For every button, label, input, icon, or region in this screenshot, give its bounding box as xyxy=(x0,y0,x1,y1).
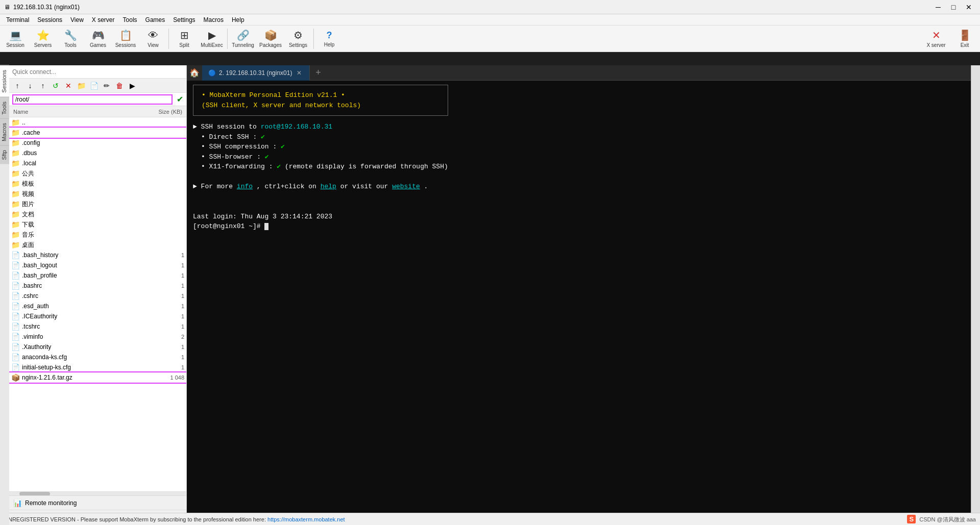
file-item-xauthority[interactable]: 📄 .Xauthority 1 xyxy=(9,342,186,352)
file-item-pictures[interactable]: 📁 图片 xyxy=(9,199,186,209)
file-item-public[interactable]: 📁 公共 xyxy=(9,168,186,179)
sidetab-sessions[interactable]: Sessions xyxy=(0,65,9,97)
folder-icon: 📁 xyxy=(11,190,20,198)
file-item-desktop[interactable]: 📁 桌面 xyxy=(9,240,186,250)
toolbar-multiexec[interactable]: ▶ MultiExec xyxy=(199,27,225,51)
toolbar-tunneling[interactable]: 🔗 Tunneling xyxy=(230,27,256,51)
menu-bar: Terminal Sessions View X server Tools Ga… xyxy=(0,14,980,26)
packages-icon: 📦 xyxy=(264,29,277,41)
file-item-anaconda[interactable]: 📄 anaconda-ks.cfg 1 xyxy=(9,352,186,362)
file-scrollbar[interactable] xyxy=(9,491,186,495)
col-name-header: Name xyxy=(11,109,143,115)
maximize-button[interactable]: □ xyxy=(946,2,961,12)
home-button[interactable]: 🏠 xyxy=(187,65,202,81)
toolbar-exit[interactable]: 🚪 Exit xyxy=(951,27,978,51)
file-newfile-button[interactable]: 📄 xyxy=(88,80,100,91)
last-login-line: Last login: Thu Aug 3 23:14:21 2023 xyxy=(193,212,974,222)
menu-macros[interactable]: Macros xyxy=(200,15,228,24)
tab-nginx-icon: 🔵 xyxy=(208,69,216,77)
file-delete-button[interactable]: 🗑 xyxy=(113,80,126,91)
file-item-viminfo[interactable]: 📄 .viminfo 2 xyxy=(9,332,186,342)
xserver-icon: ✕ xyxy=(932,29,941,41)
file-item-config[interactable]: 📁 .config xyxy=(9,138,186,148)
file-item-videos[interactable]: 📁 视频 xyxy=(9,189,186,199)
csdn-logo: S xyxy=(907,515,916,523)
side-tabs: Sessions Tools Macros Sftp xyxy=(0,65,9,525)
file-up-button[interactable]: ↑ xyxy=(11,80,23,91)
monitor-icon: 📊 xyxy=(13,499,22,507)
sessions-icon: 📋 xyxy=(119,29,132,41)
file-item-bash-history[interactable]: 📄 .bash_history 1 xyxy=(9,250,186,260)
file-newfolder-button[interactable]: 📁 xyxy=(75,80,87,91)
toolbar-xserver[interactable]: ✕ X server xyxy=(923,27,949,51)
file-item-bashrc[interactable]: 📄 .bashrc 1 xyxy=(9,281,186,291)
path-input[interactable] xyxy=(12,94,173,105)
sidetab-tools[interactable]: Tools xyxy=(0,97,9,119)
file-icon: 📄 xyxy=(11,343,20,351)
menu-settings[interactable]: Settings xyxy=(169,15,199,24)
file-item-cshrc[interactable]: 📄 .cshrc 1 xyxy=(9,291,186,301)
file-item-bash-profile[interactable]: 📄 .bash_profile 1 xyxy=(9,270,186,281)
sidetab-sftp[interactable]: Sftp xyxy=(0,145,9,164)
file-rename-button[interactable]: ✏ xyxy=(101,80,113,91)
file-refresh-button[interactable]: ↺ xyxy=(50,80,62,91)
title-bar-left: 🖥 192.168.10.31 (nginx01) xyxy=(4,4,80,11)
menu-tools[interactable]: Tools xyxy=(119,15,141,24)
file-download-button[interactable]: ↓ xyxy=(24,80,36,91)
file-item-dotdot[interactable]: 📁 .. xyxy=(9,117,186,128)
toolbar-split[interactable]: ⊞ Split xyxy=(171,27,198,51)
file-item-cache[interactable]: 📁 .cache xyxy=(9,128,186,138)
menu-view[interactable]: View xyxy=(66,15,88,24)
menu-xserver[interactable]: X server xyxy=(88,15,119,24)
tab-nginx[interactable]: 🔵 2. 192.168.10.31 (nginx01) ✕ xyxy=(202,65,310,81)
sidetab-macros[interactable]: Macros xyxy=(0,118,9,145)
quick-connect-input[interactable] xyxy=(12,68,183,76)
tools-icon: 🔧 xyxy=(64,29,77,41)
app-icon: 🖥 xyxy=(4,4,10,11)
file-terminal-button[interactable]: ▶ xyxy=(126,80,138,91)
toolbar-separator-1 xyxy=(168,29,169,49)
file-upload-button[interactable]: ↑ xyxy=(37,80,49,91)
file-item-documents[interactable]: 📁 文档 xyxy=(9,209,186,219)
ssh-session-line: ► SSH session to root@192.168.10.31 xyxy=(193,122,974,132)
close-button[interactable]: ✕ xyxy=(962,2,976,12)
tab-close-button[interactable]: ✕ xyxy=(295,69,303,77)
toolbar-games[interactable]: 🎮 Games xyxy=(85,27,111,51)
file-icon: 📄 xyxy=(11,292,20,300)
file-item-initial-setup[interactable]: 📄 initial-setup-ks.cfg 1 xyxy=(9,362,186,372)
folder-icon: 📁 xyxy=(11,159,20,167)
toolbar-packages[interactable]: 📦 Packages xyxy=(257,27,284,51)
new-tab-button[interactable]: + xyxy=(312,67,324,79)
file-item-esd-auth[interactable]: 📄 .esd_auth 1 xyxy=(9,301,186,311)
mobatek-link[interactable]: https://mobaxterm.mobatek.net xyxy=(267,516,345,522)
file-item-downloads[interactable]: 📁 下载 xyxy=(9,219,186,230)
toolbar-session[interactable]: 💻 Session xyxy=(2,27,29,51)
menu-sessions[interactable]: Sessions xyxy=(33,15,66,24)
menu-games[interactable]: Games xyxy=(141,15,169,24)
menu-terminal[interactable]: Terminal xyxy=(2,15,33,24)
title-bar: 🖥 192.168.10.31 (nginx01) ─ □ ✕ xyxy=(0,0,980,14)
file-item-iceauthority[interactable]: 📄 .ICEauthority 1 xyxy=(9,311,186,321)
toolbar-help[interactable]: ? Help xyxy=(316,27,342,51)
file-item-music[interactable]: 📁 音乐 xyxy=(9,230,186,240)
file-item-tcshrc[interactable]: 📄 .tcshrc 1 xyxy=(9,321,186,332)
file-item-nginx-tar[interactable]: 📦 nginx-1.21.6.tar.gz 1 048 xyxy=(9,372,186,383)
minimize-button[interactable]: ─ xyxy=(931,2,945,12)
right-tabs xyxy=(971,65,980,513)
menu-help[interactable]: Help xyxy=(228,15,249,24)
file-item-templates[interactable]: 📁 模板 xyxy=(9,179,186,189)
toolbar-servers[interactable]: ⭐ Servers xyxy=(30,27,56,51)
file-item-bash-logout[interactable]: 📄 .bash_logout 1 xyxy=(9,260,186,270)
terminal-content: • MobaXterm Personal Edition v21.1 • (SS… xyxy=(187,81,980,513)
toolbar-separator-2 xyxy=(227,29,228,49)
session-icon: 💻 xyxy=(9,29,22,41)
file-item-local[interactable]: 📁 .local xyxy=(9,158,186,168)
toolbar-settings[interactable]: ⚙ Settings xyxy=(285,27,311,51)
remote-monitor-bar: 📊 Remote monitoring xyxy=(9,495,186,510)
toolbar-tools[interactable]: 🔧 Tools xyxy=(57,27,84,51)
file-item-dbus[interactable]: 📁 .dbus xyxy=(9,148,186,158)
folder-icon: 📁 xyxy=(11,210,20,218)
toolbar-view[interactable]: 👁 View xyxy=(140,27,166,51)
file-stop-button[interactable]: ✕ xyxy=(62,80,75,91)
toolbar-sessions[interactable]: 📋 Sessions xyxy=(112,27,139,51)
